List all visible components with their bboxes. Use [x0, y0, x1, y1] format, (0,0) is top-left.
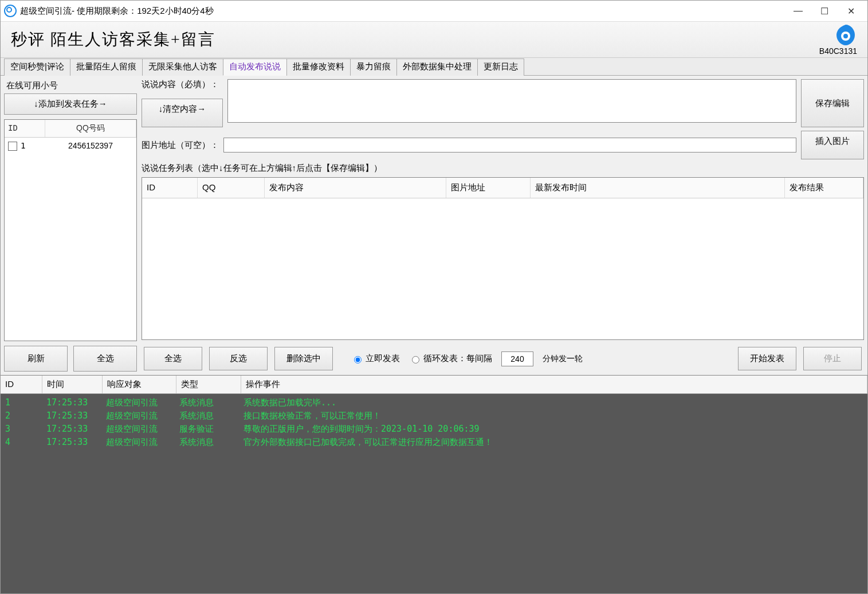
maximize-button[interactable]: ☐	[811, 2, 838, 20]
start-publish-button[interactable]: 开始发表	[738, 347, 796, 370]
task-delete-button[interactable]: 删除选中	[274, 347, 333, 370]
title-suffix: - 使用期限剩余：192天2小时40分4秒	[72, 6, 214, 17]
task-table: ID QQ 发布内容 图片地址 最新发布时间 发布结果	[142, 177, 864, 340]
tab-4[interactable]: 批量修改资料	[286, 58, 351, 76]
account-checkbox[interactable]	[8, 142, 17, 151]
task-col-content: 发布内容	[265, 178, 446, 198]
task-select-all-button[interactable]: 全选	[144, 347, 202, 370]
content-textarea[interactable]	[227, 79, 796, 123]
banner: 秒评 陌生人访客采集+留言 B40C3131	[1, 22, 867, 58]
image-addr-label: 图片地址（可空）：	[142, 140, 219, 151]
interval-input[interactable]	[501, 351, 533, 366]
minimize-button[interactable]: —	[785, 2, 811, 20]
accounts-label: 在线可用小号	[6, 80, 135, 91]
tab-7[interactable]: 更新日志	[477, 58, 524, 76]
accounts-col-qq: QQ号码	[45, 120, 136, 137]
task-col-id: ID	[142, 178, 198, 198]
clear-content-button[interactable]: ↓清空内容→	[142, 99, 223, 127]
tab-5[interactable]: 暴力留痕	[350, 58, 397, 76]
radio-loop-input[interactable]	[412, 356, 419, 364]
tab-bar: 空间秒赞|评论批量陌生人留痕无限采集他人访客自动发布说说批量修改资料暴力留痕外部…	[1, 58, 867, 76]
task-list-label: 说说任务列表（选中↓任务可在上方编辑↑后点击【保存编辑】）	[142, 163, 864, 174]
save-edit-button[interactable]: 保存编辑	[801, 79, 864, 127]
log-row: 217:25:33超级空间引流系统消息接口数据校验正常，可以正常使用！	[1, 409, 867, 423]
license-code: B40C3131	[819, 46, 857, 56]
task-invert-button[interactable]: 反选	[209, 347, 268, 370]
tab-1[interactable]: 批量陌生人留痕	[70, 58, 143, 76]
accounts-table: ID QQ号码 12456152397	[4, 119, 137, 341]
radio-now-input[interactable]	[354, 356, 362, 364]
log-col-type: 类型	[176, 376, 241, 393]
app-icon	[4, 5, 17, 17]
log-row: 117:25:33超级空间引流系统消息系统数据已加载完毕...	[1, 396, 867, 409]
add-to-task-button[interactable]: ↓添加到发表任务→	[4, 93, 137, 115]
log-row: 317:25:33超级空间引流服务验证尊敬的正版用户，您的到期时间为：2023-…	[1, 423, 867, 436]
log-col-id: ID	[1, 376, 42, 393]
radio-publish-now[interactable]: 立即发表	[351, 353, 400, 364]
accounts-col-id: ID	[5, 120, 45, 137]
log-col-time: 时间	[42, 376, 103, 393]
app-name: 超级空间引流	[20, 6, 72, 17]
refresh-button[interactable]: 刷新	[4, 346, 68, 372]
close-button[interactable]: ✕	[838, 2, 864, 20]
logo-icon	[834, 24, 857, 46]
tab-6[interactable]: 外部数据集中处理	[396, 58, 478, 76]
account-row[interactable]: 12456152397	[5, 138, 136, 154]
loop-suffix: 分钟发一轮	[543, 354, 583, 364]
task-col-img: 图片地址	[446, 178, 531, 198]
svg-point-1	[843, 34, 848, 38]
task-col-result: 发布结果	[785, 178, 863, 198]
titlebar: 超级空间引流 - 使用期限剩余：192天2小时40分4秒 — ☐ ✕	[1, 1, 867, 22]
task-col-time: 最新发布时间	[531, 178, 785, 198]
select-all-accounts-button[interactable]: 全选	[73, 346, 137, 372]
stop-publish-button[interactable]: 停止	[803, 347, 862, 370]
insert-image-button[interactable]: 插入图片	[801, 131, 864, 159]
tab-3[interactable]: 自动发布说说	[223, 58, 287, 76]
tab-0[interactable]: 空间秒赞|评论	[4, 58, 70, 76]
image-addr-input[interactable]	[223, 138, 796, 153]
radio-publish-loop[interactable]: 循环发表：每间隔	[409, 353, 492, 364]
log-col-event: 操作事件	[241, 376, 867, 393]
banner-title: 秒评 陌生人访客采集+留言	[11, 29, 215, 50]
task-col-qq: QQ	[198, 178, 265, 198]
log-col-obj: 响应对象	[103, 376, 176, 393]
log-panel: ID 时间 响应对象 类型 操作事件 117:25:33超级空间引流系统消息系统…	[1, 375, 867, 593]
tab-2[interactable]: 无限采集他人访客	[142, 58, 223, 76]
log-row: 417:25:33超级空间引流系统消息官方外部数据接口已加载完成，可以正常进行应…	[1, 436, 867, 449]
content-label: 说说内容（必填）：	[142, 79, 223, 90]
